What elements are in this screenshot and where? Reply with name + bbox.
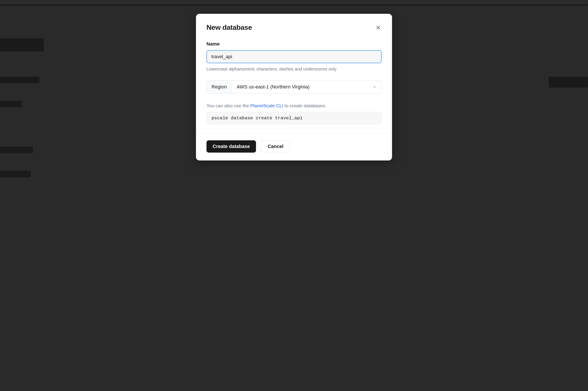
- new-database-modal: New database Name Lowercase alphanumeric…: [196, 14, 392, 161]
- region-select[interactable]: AWS us-east-1 (Northern Virginia): [232, 81, 381, 93]
- modal-footer: Create database Cancel: [196, 133, 392, 161]
- name-label: Name: [207, 41, 382, 47]
- cli-command-block: pscale database create travel_api: [207, 112, 382, 124]
- close-button[interactable]: [375, 24, 382, 31]
- cancel-button[interactable]: Cancel: [261, 140, 290, 153]
- close-icon: [376, 25, 381, 30]
- cli-help-text: You can also use the PlanetScale CLI to …: [207, 103, 382, 108]
- modal-header: New database: [207, 23, 382, 31]
- chevron-down-icon: [373, 85, 377, 89]
- region-selected-value: AWS us-east-1 (Northern Virginia): [236, 84, 310, 90]
- modal-title: New database: [207, 23, 252, 31]
- cli-prefix: You can also use the: [207, 103, 250, 108]
- region-row: Region AWS us-east-1 (Northern Virginia): [207, 80, 382, 94]
- name-help-text: Lowercase alphanumeric characters, dashe…: [207, 67, 382, 72]
- database-name-input[interactable]: [207, 50, 382, 63]
- planetscale-cli-link[interactable]: PlanetScale CLI: [250, 103, 283, 108]
- region-label: Region: [207, 81, 232, 93]
- modal-body: New database Name Lowercase alphanumeric…: [196, 14, 392, 133]
- create-database-button[interactable]: Create database: [207, 140, 256, 153]
- cli-suffix: to create databases:: [283, 103, 326, 108]
